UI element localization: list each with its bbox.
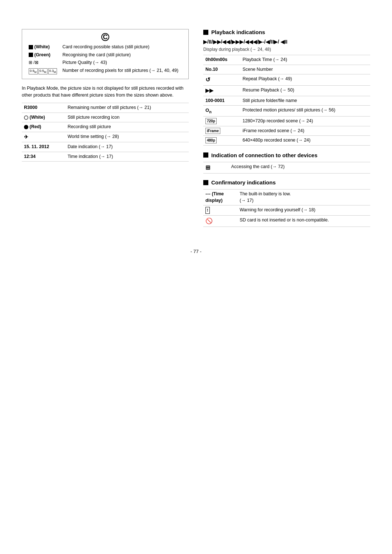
table-row: (White) Still picture recording icon: [22, 113, 189, 122]
resume-icon: ▶▶: [205, 87, 213, 93]
row-label: 720p: [203, 117, 240, 126]
row-description: Protected motion pictures/ still picture…: [240, 106, 370, 117]
pixel-boxes: 0.9M 0.5M 0.3M: [29, 68, 57, 74]
confirmatory-title: Confirmatory indications: [211, 179, 276, 186]
card-access-icon: ⊞: [205, 164, 210, 171]
table-row: (White) Card recording possible status (…: [27, 43, 183, 51]
row-label: 100-0001: [203, 96, 240, 106]
row-description: Still picture recording icon: [65, 113, 189, 122]
iframe-label-box: iFrame: [205, 128, 220, 134]
table-row: 12:34 Time indication (→ 17): [22, 152, 189, 162]
row-description: Resume Playback (→ 50): [240, 86, 370, 96]
indication-section-header: Indication of connection to other device…: [203, 152, 370, 158]
row-description: Repeat Playback (→ 49): [240, 74, 370, 86]
row-label: No.10: [203, 65, 240, 74]
row-label: 480p: [203, 136, 240, 146]
section-block-icon-3: [203, 180, 208, 185]
main-left-table: R3000 Remaining number of still pictures…: [22, 103, 189, 162]
row-description: Recording still picture: [65, 122, 189, 132]
row-label: 12:34: [22, 152, 65, 162]
warning-icon: !: [205, 207, 210, 214]
table-row: ⊞ Accessing the card (→ 72): [203, 162, 370, 173]
playback-subtitle: Display during playback (→ 24, 48): [203, 47, 370, 52]
row-label: 🚫: [203, 215, 237, 227]
row-label: !: [203, 205, 237, 216]
protected-icon: On: [205, 107, 212, 113]
row-label: 0h00m00s: [203, 55, 240, 65]
circle-white-icon: [24, 115, 28, 120]
indicator-description: Number of recording pixels for still pic…: [61, 67, 183, 75]
row-description: Date indication (→ 17): [65, 142, 189, 152]
indicator-icon-cell: 0.9M 0.5M 0.3M: [27, 67, 61, 75]
indication-section: Indication of connection to other device…: [203, 152, 370, 174]
plane-icon: ✈: [24, 134, 28, 140]
page-number: - 77 -: [22, 249, 370, 254]
indication-icon-cell: ⊞: [203, 162, 229, 173]
indicator-icon-cell: ⊞ /⊠: [27, 59, 61, 67]
date-label: 15. 11. 2012: [24, 144, 49, 149]
black-square-icon: [29, 45, 33, 49]
row-label: R3000: [22, 103, 65, 113]
record-icon: [24, 125, 28, 129]
table-row: 100-0001 Still picture folder/file name: [203, 96, 370, 106]
row-label: ✈: [22, 132, 65, 142]
table-row: 15. 11. 2012 Date indication (→ 17): [22, 142, 189, 152]
playback-controls-label: ▶/II/▶▶/◀◀/▶▶▶/◀◀◀/▶-/◀/II▶/ ◀II: [203, 39, 370, 45]
indicator-icon-cell: (White): [27, 43, 61, 51]
row-description: SD card is not inserted or is non-compat…: [237, 215, 370, 227]
page-content: C (White) Card recording possible status…: [22, 29, 370, 227]
table-row: 480p 640×480p recorded scene (→ 24): [203, 136, 370, 146]
green-label: (Green): [34, 52, 50, 57]
row-description: Time indication (→ 17): [65, 152, 189, 162]
indicator-description: Card recording possible status (still pi…: [61, 43, 183, 51]
indication-title: Indication of connection to other device…: [211, 152, 318, 158]
playback-title: Playback indications: [211, 29, 265, 35]
table-row: 0.9M 0.5M 0.3M Number of recording pixel…: [27, 67, 183, 75]
left-column: C (White) Card recording possible status…: [22, 29, 189, 227]
table-row: ! Warning for recording yourself (→ 18): [203, 205, 370, 216]
row-label: ↺: [203, 74, 240, 86]
table-row: 720p 1280×720p recorded scene (→ 24): [203, 117, 370, 126]
row-description: The built-in battery is low.(→ 17): [237, 190, 370, 205]
c-symbol: C: [101, 33, 109, 41]
black-square-icon: [29, 53, 33, 57]
c-icon: C: [27, 33, 183, 41]
row-label: (White): [22, 113, 65, 122]
confirmatory-table: –– (Timedisplay) The built-in battery is…: [203, 189, 370, 227]
row-description: Still picture folder/file name: [240, 96, 370, 106]
pixel-box-03: 0.3M: [48, 68, 57, 74]
red-label: (Red): [29, 124, 41, 129]
white-label-2: (White): [29, 115, 45, 120]
indication-table: ⊞ Accessing the card (→ 72): [203, 162, 370, 174]
row-description: 1280×720p recorded scene (→ 24): [240, 117, 370, 126]
row-label: ▶▶: [203, 86, 240, 96]
grid-quality-icon: ⊞ /⊠: [29, 60, 38, 65]
indicator-icon-cell: (Green): [27, 51, 61, 59]
table-row: ✈ World time setting (→ 28): [22, 132, 189, 142]
row-description: Playback Time (→ 24): [240, 55, 370, 65]
table-row: (Red) Recording still picture: [22, 122, 189, 132]
row-description: Warning for recording yourself (→ 18): [237, 205, 370, 216]
white-label: (White): [34, 44, 49, 49]
confirmatory-section: Confirmatory indications –– (Timedisplay…: [203, 179, 370, 227]
row-label: On: [203, 106, 240, 117]
right-column: Playback indications ▶/II/▶▶/◀◀/▶▶▶/◀◀◀/…: [203, 29, 370, 227]
top-box: C (White) Card recording possible status…: [22, 29, 189, 79]
720p-label-box: 720p: [205, 118, 217, 124]
row-label: (Red): [22, 122, 65, 132]
table-row: (Green) Recognising the card (still pict…: [27, 51, 183, 59]
playback-time-label: 0h00m00s: [205, 57, 227, 62]
folder-label: 100-0001: [205, 98, 225, 103]
row-description: 640×480p recorded scene (→ 24): [240, 136, 370, 146]
row-label: iFrame: [203, 126, 240, 136]
pixel-box-09: 0.9M: [29, 68, 38, 74]
pixel-box-05: 0.5M: [38, 68, 48, 74]
top-indicator-table: (White) Card recording possible status (…: [27, 43, 183, 75]
table-row: 🚫 SD card is not inserted or is non-comp…: [203, 215, 370, 227]
note-paragraph: In Playback Mode, the picture size is no…: [22, 85, 189, 99]
playback-section-header: Playback indications: [203, 29, 370, 35]
indicator-description: Recognising the card (still picture): [61, 51, 183, 59]
table-row: 0h00m00s Playback Time (→ 24): [203, 55, 370, 65]
table-row: ⊞ /⊠ Picture Quality (→ 43): [27, 59, 183, 67]
time-display-label: –– (Timedisplay): [205, 191, 224, 203]
